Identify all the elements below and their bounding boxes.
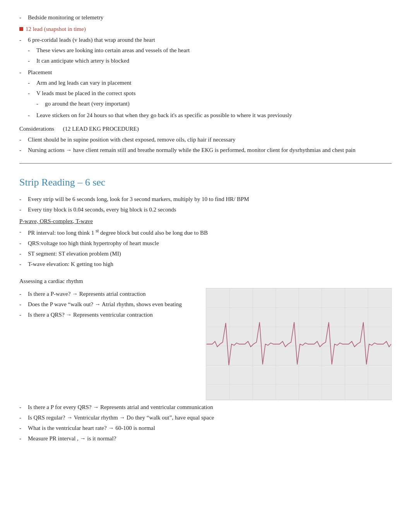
considerations-procedure: (12 LEAD EKG PROCEDURE)	[63, 126, 139, 132]
list-item: - Is there a P-wave? → Represents atrial…	[19, 289, 194, 298]
list-item: - ST segment: ST elevation problem (MI)	[19, 249, 392, 258]
list-item-text: ST segment: ST elevation problem (MI)	[28, 249, 121, 258]
dash-icon: -	[19, 35, 25, 66]
list-item-text: PR interval: too long think 1 st degree …	[28, 227, 208, 237]
dash-icon: -	[28, 111, 33, 120]
top-list: - Bedside monitoring or telemetry	[19, 13, 392, 22]
list-item-text: Does the P wave “walk out? → Atrial rhyt…	[28, 301, 182, 307]
list-item: - 6 pre-coridal leads (v leads) that wra…	[19, 35, 392, 66]
list-item: - Leave stickers on for 24 hours so that…	[28, 111, 292, 120]
list-item-text: Is QRS regular? → Ventricular rhythm → D…	[28, 413, 214, 422]
list-item-text: V leads must be placed in the correct sp…	[36, 90, 135, 96]
twelve-lead-heading-text: 12 lead (snapshot in time)	[26, 24, 86, 34]
list-item-text: Is there a QRS? → Represents ventricular…	[28, 312, 153, 318]
wave-list: - PR interval: too long think 1 st degre…	[19, 227, 392, 269]
list-item: - Arm and leg leads can vary in placemen…	[28, 78, 292, 87]
dash-icon: -	[19, 135, 25, 144]
ekg-image	[206, 288, 392, 400]
list-item: - Bedside monitoring or telemetry	[19, 13, 392, 22]
dash-icon: -	[28, 89, 33, 109]
sub-list: - These views are looking into certain a…	[28, 46, 190, 65]
strip-list: - Every strip will be 6 seconds long, lo…	[19, 194, 392, 214]
dash-icon: -	[19, 300, 25, 309]
dash-icon: -	[19, 239, 25, 248]
list-item-text: 6 pre-coridal leads (v leads) that wrap …	[28, 37, 155, 43]
list-item-text: Every strip will be 6 seconds long, look…	[28, 194, 249, 204]
dash-icon: -	[19, 423, 25, 433]
list-item-text: It can anticipate which artery is blocke…	[36, 56, 129, 65]
dash-icon: -	[19, 13, 25, 22]
dash-icon: -	[28, 46, 33, 55]
twelve-lead-heading: 12 lead (snapshot in time)	[19, 24, 392, 34]
bullet-square-icon	[19, 27, 23, 31]
list-item-text: QRS:voltage too high think hypertrophy o…	[28, 239, 159, 248]
list-item-text: Is there a P for every QRS? → Represents…	[28, 402, 213, 412]
dash-icon: -	[19, 249, 25, 258]
dash-icon: -	[19, 402, 25, 412]
list-item: - go around the heart (very important)	[36, 99, 135, 108]
considerations-line: Considerations (12 LEAD EKG PROCEDURE)	[19, 124, 392, 133]
list-item: - Is QRS regular? → Ventricular rhythm →…	[19, 413, 392, 422]
list-item-text: Every tiny block is 0.04 seconds, every …	[28, 205, 176, 214]
dash-icon: -	[19, 310, 25, 319]
nursing-actions-arrow: → have client remain still and breathe n…	[66, 147, 355, 153]
dash-icon: -	[19, 289, 25, 298]
list-item-text: T-wave elevation: K getting too high	[28, 259, 113, 269]
dash-icon: -	[36, 99, 42, 108]
dash-icon: -	[19, 205, 25, 214]
list-item-text: What is the ventricular heart rate? → 60…	[28, 423, 155, 433]
dash-icon: -	[28, 78, 33, 87]
assessing-label: Assessing a cardiac rhythm	[19, 276, 392, 286]
list-item: - V leads must be placed in the correct …	[28, 89, 292, 109]
dash-icon: -	[19, 259, 25, 269]
dash-icon: -	[28, 56, 33, 65]
dash-icon: -	[19, 413, 25, 422]
list-item-text: Client should be in supine position with…	[28, 135, 236, 144]
list-item: - Every tiny block is 0.04 seconds, ever…	[19, 205, 392, 214]
list-item: - Every strip will be 6 seconds long, lo…	[19, 194, 392, 204]
list-item-text: Arm and leg leads can vary in placement	[36, 78, 131, 87]
dash-icon: -	[19, 194, 25, 204]
list-item: - What is the ventricular heart rate? → …	[19, 423, 392, 433]
list-item: - Client should be in supine position wi…	[19, 135, 392, 144]
ekg-image-col	[206, 288, 392, 400]
assessing-block: Assessing a cardiac rhythm - Is there a …	[19, 276, 392, 443]
considerations-label: Considerations	[19, 126, 54, 132]
list-item-text: go around the heart (very important)	[45, 99, 130, 108]
list-item: - Nursing actions → have client remain s…	[19, 145, 392, 155]
placement-sub-list: - Arm and leg leads can vary in placemen…	[28, 78, 292, 120]
list-item: - Measure PR interval , → is it normal?	[19, 434, 392, 443]
strip-reading-heading: Strip Reading – 6 sec	[19, 174, 392, 191]
nursing-actions-text: Nursing actions	[28, 147, 65, 153]
list-item-text: Measure PR interval , → is it normal?	[28, 434, 116, 443]
considerations-list: - Client should be in supine position wi…	[19, 135, 392, 155]
list-item: - Does the P wave “walk out? → Atrial rh…	[19, 300, 194, 309]
dash-icon: -	[19, 145, 25, 155]
section-divider	[19, 163, 392, 164]
list-item: - PR interval: too long think 1 st degre…	[19, 227, 392, 237]
dash-icon: -	[19, 68, 25, 121]
list-item: - These views are looking into certain a…	[28, 46, 190, 55]
dash-icon: -	[19, 434, 25, 443]
assessing-two-col: - Is there a P-wave? → Represents atrial…	[19, 288, 392, 400]
assessing-text-col: - Is there a P-wave? → Represents atrial…	[19, 288, 194, 400]
list-item-text: Bedside monitoring or telemetry	[28, 13, 103, 22]
list-item-text: These views are looking into certain are…	[36, 46, 190, 55]
v-leads-sub-list: - go around the heart (very important)	[36, 99, 135, 108]
dash-icon: -	[19, 227, 25, 237]
list-item-text: Leave stickers on for 24 hours so that w…	[36, 111, 292, 120]
list-item: - T-wave elevation: K getting too high	[19, 259, 392, 269]
assessing-list-bottom: - Is there a P for every QRS? → Represen…	[19, 402, 392, 443]
assessing-list: - Is there a P-wave? → Represents atrial…	[19, 289, 194, 319]
list-item: - Placement - Arm and leg leads can vary…	[19, 68, 392, 121]
list-item-text: Placement	[28, 69, 52, 75]
wave-label: P-wave, ORS-complex, T-wave	[19, 217, 392, 226]
list-item: - Is there a P for every QRS? → Represen…	[19, 402, 392, 412]
list-item: - Is there a QRS? → Represents ventricul…	[19, 310, 194, 319]
ekg-svg	[206, 288, 391, 400]
twelve-lead-list: - 6 pre-coridal leads (v leads) that wra…	[19, 35, 392, 121]
list-item: - It can anticipate which artery is bloc…	[28, 56, 190, 65]
list-item-text: Is there a P-wave? → Represents atrial c…	[28, 291, 146, 297]
list-item: - QRS:voltage too high think hypertrophy…	[19, 239, 392, 248]
